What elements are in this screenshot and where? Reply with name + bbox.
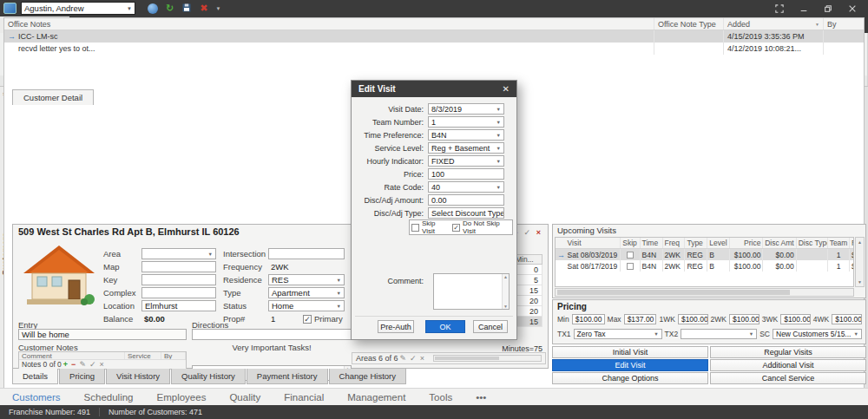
residence-select[interactable]: RES [268,274,345,285]
intersection-field[interactable] [268,248,345,259]
skip-checkbox[interactable] [627,263,634,270]
column-header: By [824,18,864,29]
key-field[interactable] [141,274,216,285]
bottom-tab[interactable]: Pricing [59,369,105,384]
cancel-icon[interactable]: × [420,354,424,363]
price-label: Price: [352,170,428,179]
type-select[interactable]: Apartment [268,287,345,298]
cancel-button[interactable]: Cancel [473,320,508,333]
visit-action-button[interactable]: Change Options [552,372,708,384]
cancel-icon[interactable]: × [99,360,103,369]
navigate-icon[interactable] [148,3,158,14]
bottom-tab[interactable]: Details [12,369,58,384]
visit-action-button[interactable]: Edit Visit [552,359,708,371]
vertical-scrollbar[interactable]: ▲▼ [855,237,865,287]
location-field[interactable]: Elmhurst [141,300,216,311]
pre-auth-button[interactable]: Pre-Auth [378,320,414,333]
minimize-button[interactable] [799,3,809,14]
bottom-tab[interactable]: Visit History [106,369,170,384]
customer-selector[interactable]: Agustin, Andrew [21,2,135,15]
bottom-nav-item[interactable]: Tools [429,392,452,403]
visit-action-button[interactable]: Initial Visit [552,346,708,358]
restore-button[interactable] [823,3,833,14]
bottom-nav-item[interactable]: ••• [476,392,486,403]
cancel-area-icon[interactable]: × [536,228,541,237]
entry-field[interactable]: Will be home [18,329,187,340]
confirm-area-icon[interactable]: ✓ [523,228,530,237]
disc-type-select[interactable]: Select Discount Type [428,207,504,219]
rate-code-select[interactable]: 40 [428,181,504,193]
column-header: Disc Amt [763,238,796,248]
status-select[interactable]: Home [268,300,345,311]
hourly-indicator-select[interactable]: FIXED [428,155,504,167]
horizontal-scrollbar[interactable] [555,288,854,297]
time-preference-select[interactable]: B4N [428,129,504,141]
delete-icon[interactable]: ✖ [200,3,207,13]
primary-checkbox[interactable]: ✓ [303,315,312,324]
disc-amount-field[interactable]: 0.00 [428,194,504,206]
service-level-select[interactable]: Reg + Basement [428,142,504,154]
customer-count: Number of Customers: 471 [100,408,211,416]
wk1-price-field[interactable]: $100.00 [678,314,708,324]
wk4-label: 4WK [813,315,829,324]
bottom-tab[interactable]: Payment History [247,369,328,384]
skip-visit-checkbox[interactable] [411,224,419,232]
tx2-label: TX2 [665,330,679,338]
service-level-label: Service Level: [352,144,428,153]
toolbar-more-icon[interactable]: ▼ [215,6,220,11]
add-icon[interactable]: + [63,360,68,369]
visit-action-button[interactable]: Additional Visit [710,359,866,371]
team-number-select[interactable]: 1 [428,116,504,128]
refresh-icon[interactable]: ↻ [166,3,174,13]
visit-action-button[interactable]: Regular Visits [710,346,866,358]
max-price-field[interactable]: $137.00 [624,314,657,324]
tax1-select[interactable]: Zero Tax [574,329,662,339]
fullscreen-button[interactable] [774,3,785,14]
comment-textarea[interactable]: ▲▼ [433,273,510,310]
do-not-skip-checkbox[interactable]: ✓ [452,224,460,232]
skip-checkbox[interactable] [627,252,634,259]
areas-scrollbar[interactable] [433,355,542,362]
frequency-value: 2WK [268,261,345,272]
confirm-icon[interactable]: ✓ [410,354,417,363]
bottom-nav-item[interactable]: Financial [284,392,324,403]
bottom-nav-item[interactable]: Employees [157,392,207,403]
area-select[interactable] [141,248,216,259]
upcoming-visit-row[interactable]: → Sat 08/03/2019 B4N 2WK REG B $100.00 $… [556,249,853,260]
close-icon[interactable]: ✕ [503,84,510,94]
bottom-nav-item[interactable]: Quality [229,392,260,403]
area-label: Area [103,249,141,259]
service-charge-select[interactable]: New Customers 5/15... [773,329,862,339]
upcoming-visit-row[interactable]: → Sat 08/17/2019 B4N 2WK REG B $100.00 $… [556,260,853,272]
wk4-price-field[interactable]: $100.00 [832,314,862,324]
bottom-nav-item[interactable]: Management [347,392,405,403]
save-icon[interactable] [181,3,192,15]
wk2-price-field[interactable]: $100.00 [729,314,760,324]
detail-tab[interactable]: Customer Detail [12,89,94,105]
bottom-tab[interactable]: Quality History [171,369,246,384]
bottom-nav-item[interactable]: Customers [12,392,61,403]
textarea-scrollbar[interactable]: ▲▼ [502,274,509,309]
confirm-icon[interactable]: ✓ [89,360,96,369]
visit-action-button[interactable]: Cancel Service [710,372,866,384]
wk3-price-field[interactable]: $100.00 [780,314,811,324]
ok-button[interactable]: OK [425,320,465,333]
tax2-select[interactable] [681,329,757,339]
titlebar: Agustin, Andrew ↻ ✖ ▼ [0,0,868,16]
close-button[interactable] [847,3,858,14]
visit-date-select[interactable]: 8/3/2019 [428,103,504,115]
edit-icon[interactable]: ✎ [79,360,86,369]
map-field[interactable] [141,261,216,272]
directions-field[interactable] [192,329,352,340]
complex-field[interactable] [141,287,216,298]
bottom-tab[interactable]: Change History [329,369,406,384]
office-note-row[interactable]: →ICC- LM-sc 4/15/2019 3:35:36 PM [4,30,864,43]
edit-icon[interactable]: ✎ [400,354,407,363]
min-price-field[interactable]: $100.00 [572,314,605,324]
office-note-row[interactable]: →recvd letter yes to ot... 4/12/2019 10:… [4,43,864,55]
visit-date-label: Visit Date: [352,105,428,114]
remove-icon[interactable]: − [71,360,76,369]
notes-count: Notes 0 of 0 [22,360,62,369]
price-field[interactable]: 100 [428,168,504,180]
bottom-nav-item[interactable]: Scheduling [84,392,134,403]
